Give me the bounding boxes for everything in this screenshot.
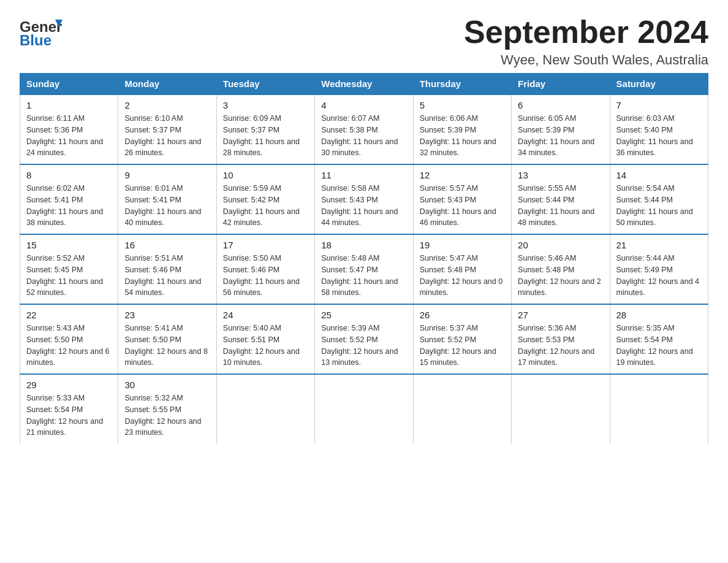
day-number: 16 — [124, 240, 210, 250]
table-row — [512, 374, 610, 443]
day-number: 24 — [223, 310, 308, 320]
day-info: Sunrise: 5:52 AMSunset: 5:45 PMDaylight:… — [26, 253, 112, 299]
table-row: 3 Sunrise: 6:09 AMSunset: 5:37 PMDayligh… — [216, 94, 314, 164]
table-row — [315, 374, 413, 443]
day-info: Sunrise: 6:06 AMSunset: 5:39 PMDaylight:… — [420, 113, 505, 159]
day-info: Sunrise: 5:57 AMSunset: 5:43 PMDaylight:… — [420, 183, 505, 229]
table-row: 21 Sunrise: 5:44 AMSunset: 5:49 PMDaylig… — [610, 234, 708, 304]
col-saturday: Saturday — [610, 74, 708, 95]
day-info: Sunrise: 6:03 AMSunset: 5:40 PMDaylight:… — [616, 113, 702, 159]
day-info: Sunrise: 5:39 AMSunset: 5:52 PMDaylight:… — [321, 323, 406, 369]
day-number: 30 — [124, 380, 210, 390]
logo: General Blue — [20, 15, 63, 48]
day-number: 8 — [26, 170, 112, 180]
day-number: 13 — [518, 170, 603, 180]
day-info: Sunrise: 5:46 AMSunset: 5:48 PMDaylight:… — [518, 253, 603, 299]
col-thursday: Thursday — [413, 74, 511, 95]
day-number: 18 — [321, 240, 406, 250]
day-number: 11 — [321, 170, 406, 180]
day-info: Sunrise: 6:10 AMSunset: 5:37 PMDaylight:… — [124, 113, 210, 159]
table-row: 5 Sunrise: 6:06 AMSunset: 5:39 PMDayligh… — [413, 94, 511, 164]
day-info: Sunrise: 6:05 AMSunset: 5:39 PMDaylight:… — [518, 113, 603, 159]
table-row: 14 Sunrise: 5:54 AMSunset: 5:44 PMDaylig… — [610, 164, 708, 234]
calendar-title: September 2024 — [464, 15, 708, 50]
day-info: Sunrise: 5:59 AMSunset: 5:42 PMDaylight:… — [223, 183, 308, 229]
table-row: 16 Sunrise: 5:51 AMSunset: 5:46 PMDaylig… — [118, 234, 216, 304]
calendar-table: Sunday Monday Tuesday Wednesday Thursday… — [20, 73, 708, 443]
calendar-week-row: 29 Sunrise: 5:33 AMSunset: 5:54 PMDaylig… — [20, 374, 708, 443]
calendar-location: Wyee, New South Wales, Australia — [464, 52, 708, 68]
calendar-header-row: Sunday Monday Tuesday Wednesday Thursday… — [20, 74, 708, 95]
col-wednesday: Wednesday — [315, 74, 413, 95]
table-row — [610, 374, 708, 443]
day-info: Sunrise: 5:37 AMSunset: 5:52 PMDaylight:… — [420, 323, 505, 369]
day-number: 2 — [124, 100, 210, 110]
day-info: Sunrise: 5:32 AMSunset: 5:55 PMDaylight:… — [124, 393, 210, 439]
day-info: Sunrise: 5:44 AMSunset: 5:49 PMDaylight:… — [616, 253, 702, 299]
table-row: 17 Sunrise: 5:50 AMSunset: 5:46 PMDaylig… — [216, 234, 314, 304]
day-number: 5 — [420, 100, 505, 110]
table-row: 23 Sunrise: 5:41 AMSunset: 5:50 PMDaylig… — [118, 304, 216, 374]
table-row: 20 Sunrise: 5:46 AMSunset: 5:48 PMDaylig… — [512, 234, 610, 304]
table-row: 25 Sunrise: 5:39 AMSunset: 5:52 PMDaylig… — [315, 304, 413, 374]
table-row: 13 Sunrise: 5:55 AMSunset: 5:44 PMDaylig… — [512, 164, 610, 234]
table-row: 15 Sunrise: 5:52 AMSunset: 5:45 PMDaylig… — [20, 234, 118, 304]
day-info: Sunrise: 5:40 AMSunset: 5:51 PMDaylight:… — [223, 323, 308, 369]
day-number: 15 — [26, 240, 112, 250]
table-row: 6 Sunrise: 6:05 AMSunset: 5:39 PMDayligh… — [512, 94, 610, 164]
col-tuesday: Tuesday — [216, 74, 314, 95]
day-info: Sunrise: 6:07 AMSunset: 5:38 PMDaylight:… — [321, 113, 406, 159]
day-info: Sunrise: 5:51 AMSunset: 5:46 PMDaylight:… — [124, 253, 210, 299]
day-number: 21 — [616, 240, 702, 250]
day-number: 9 — [124, 170, 210, 180]
table-row: 11 Sunrise: 5:58 AMSunset: 5:43 PMDaylig… — [315, 164, 413, 234]
day-number: 17 — [223, 240, 308, 250]
day-info: Sunrise: 6:02 AMSunset: 5:41 PMDaylight:… — [26, 183, 112, 229]
day-number: 6 — [518, 100, 603, 110]
day-info: Sunrise: 5:55 AMSunset: 5:44 PMDaylight:… — [518, 183, 603, 229]
day-info: Sunrise: 5:36 AMSunset: 5:53 PMDaylight:… — [518, 323, 603, 369]
day-number: 25 — [321, 310, 406, 320]
table-row: 12 Sunrise: 5:57 AMSunset: 5:43 PMDaylig… — [413, 164, 511, 234]
day-info: Sunrise: 5:35 AMSunset: 5:54 PMDaylight:… — [616, 323, 702, 369]
day-info: Sunrise: 5:43 AMSunset: 5:50 PMDaylight:… — [26, 323, 112, 369]
calendar-week-row: 15 Sunrise: 5:52 AMSunset: 5:45 PMDaylig… — [20, 234, 708, 304]
col-monday: Monday — [118, 74, 216, 95]
table-row: 18 Sunrise: 5:48 AMSunset: 5:47 PMDaylig… — [315, 234, 413, 304]
calendar-week-row: 22 Sunrise: 5:43 AMSunset: 5:50 PMDaylig… — [20, 304, 708, 374]
day-number: 7 — [616, 100, 702, 110]
day-info: Sunrise: 6:11 AMSunset: 5:36 PMDaylight:… — [26, 113, 112, 159]
table-row — [413, 374, 511, 443]
day-number: 12 — [420, 170, 505, 180]
table-row: 9 Sunrise: 6:01 AMSunset: 5:41 PMDayligh… — [118, 164, 216, 234]
day-number: 26 — [420, 310, 505, 320]
table-row: 19 Sunrise: 5:47 AMSunset: 5:48 PMDaylig… — [413, 234, 511, 304]
day-number: 4 — [321, 100, 406, 110]
day-info: Sunrise: 5:33 AMSunset: 5:54 PMDaylight:… — [26, 393, 112, 439]
day-info: Sunrise: 5:54 AMSunset: 5:44 PMDaylight:… — [616, 183, 702, 229]
day-number: 14 — [616, 170, 702, 180]
day-number: 29 — [26, 380, 112, 390]
day-number: 3 — [223, 100, 308, 110]
day-number: 1 — [26, 100, 112, 110]
day-info: Sunrise: 6:09 AMSunset: 5:37 PMDaylight:… — [223, 113, 308, 159]
table-row: 10 Sunrise: 5:59 AMSunset: 5:42 PMDaylig… — [216, 164, 314, 234]
title-block: September 2024 Wyee, New South Wales, Au… — [464, 15, 708, 68]
day-number: 10 — [223, 170, 308, 180]
table-row: 24 Sunrise: 5:40 AMSunset: 5:51 PMDaylig… — [216, 304, 314, 374]
day-info: Sunrise: 5:41 AMSunset: 5:50 PMDaylight:… — [124, 323, 210, 369]
table-row: 1 Sunrise: 6:11 AMSunset: 5:36 PMDayligh… — [20, 94, 118, 164]
table-row: 26 Sunrise: 5:37 AMSunset: 5:52 PMDaylig… — [413, 304, 511, 374]
col-sunday: Sunday — [20, 74, 118, 95]
day-number: 27 — [518, 310, 603, 320]
day-info: Sunrise: 5:48 AMSunset: 5:47 PMDaylight:… — [321, 253, 406, 299]
day-number: 22 — [26, 310, 112, 320]
svg-text:Blue: Blue — [20, 32, 51, 48]
day-info: Sunrise: 5:58 AMSunset: 5:43 PMDaylight:… — [321, 183, 406, 229]
table-row: 29 Sunrise: 5:33 AMSunset: 5:54 PMDaylig… — [20, 374, 118, 443]
table-row: 30 Sunrise: 5:32 AMSunset: 5:55 PMDaylig… — [118, 374, 216, 443]
table-row: 28 Sunrise: 5:35 AMSunset: 5:54 PMDaylig… — [610, 304, 708, 374]
table-row — [216, 374, 314, 443]
table-row: 4 Sunrise: 6:07 AMSunset: 5:38 PMDayligh… — [315, 94, 413, 164]
day-number: 23 — [124, 310, 210, 320]
